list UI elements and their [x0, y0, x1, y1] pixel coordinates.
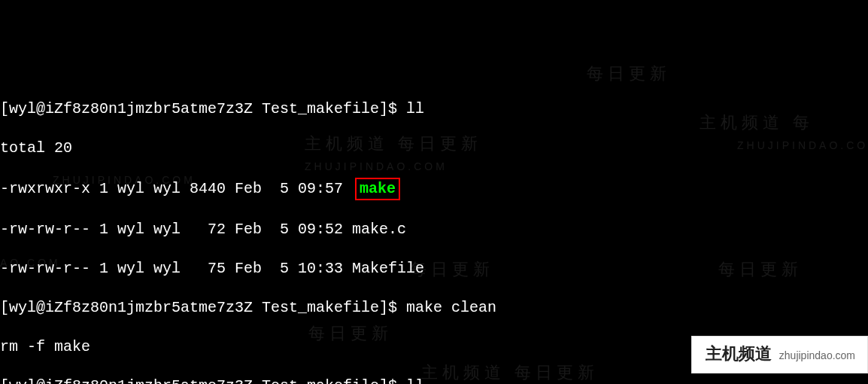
- command: ll: [406, 100, 424, 117]
- command: ll: [406, 377, 424, 384]
- terminal-line: -rw-rw-r-- 1 wyl wyl 75 Feb 5 10:33 Make…: [0, 259, 868, 279]
- terminal-line: -rw-rw-r-- 1 wyl wyl 72 Feb 5 09:52 make…: [0, 220, 868, 239]
- badge-brand-cn: 主机频道: [706, 344, 772, 364]
- prompt: [wyl@iZf8z80n1jmzbr5atme7z3Z Test_makefi…: [0, 299, 406, 316]
- terminal-line: -rwxrwxr-x 1 wyl wyl 8440 Feb 5 09:57 ma…: [0, 178, 868, 200]
- badge-brand-url: zhujipindao.com: [779, 346, 855, 365]
- prompt: [wyl@iZf8z80n1jmzbr5atme7z3Z Test_makefi…: [0, 377, 406, 384]
- terminal-line: [wyl@iZf8z80n1jmzbr5atme7z3Z Test_makefi…: [0, 376, 868, 384]
- terminal-line: [wyl@iZf8z80n1jmzbr5atme7z3Z Test_makefi…: [0, 298, 868, 318]
- source-badge: 主机频道 zhujipindao.com: [691, 336, 868, 373]
- prompt: [wyl@iZf8z80n1jmzbr5atme7z3Z Test_makefi…: [0, 100, 406, 117]
- terminal-line: [wyl@iZf8z80n1jmzbr5atme7z3Z Test_makefi…: [0, 99, 868, 119]
- executable-file: make: [360, 180, 396, 197]
- terminal-line: total 20: [0, 139, 868, 158]
- command: make clean: [406, 299, 496, 316]
- highlight-box: make: [355, 178, 400, 200]
- ls-row-prefix: -rwxrwxr-x 1 wyl wyl 8440 Feb 5 09:57: [0, 180, 352, 197]
